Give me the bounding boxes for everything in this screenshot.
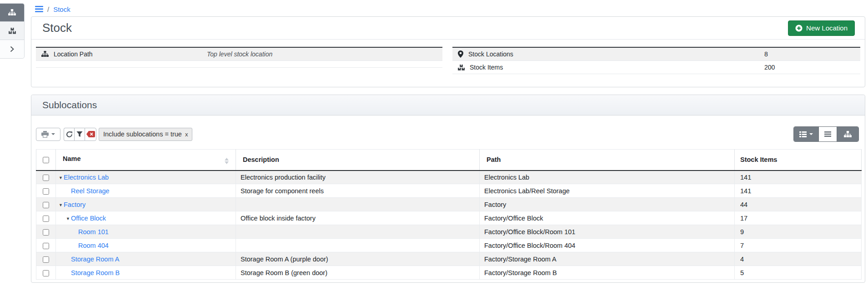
name-cell: Room 404 — [56, 239, 236, 252]
row-checkbox[interactable] — [43, 202, 49, 208]
sitemap-icon — [8, 9, 16, 16]
stock-items-cell: 141 — [735, 184, 862, 198]
sidebar-item-location-tree[interactable] — [0, 4, 24, 22]
filter-button[interactable] — [74, 128, 85, 141]
location-link[interactable]: Reel Storage — [71, 187, 110, 195]
stock-items-cell: 7 — [735, 239, 862, 252]
list-view-button[interactable] — [819, 127, 837, 141]
description-header-label: Description — [243, 156, 279, 163]
name-header-label: Name — [63, 155, 81, 162]
caret-down-icon — [809, 133, 813, 135]
breadcrumb-link-stock[interactable]: Stock — [53, 5, 70, 13]
column-header-description[interactable]: Description — [236, 150, 480, 171]
name-cell: Storage Room A — [56, 252, 236, 266]
description-cell — [236, 239, 480, 252]
funnel-icon — [76, 131, 83, 137]
refresh-button[interactable] — [64, 128, 74, 141]
name-cell: Reel Storage — [56, 184, 236, 198]
description-cell: Storage Room A (purple door) — [236, 252, 480, 266]
new-location-button[interactable]: New Location — [788, 20, 855, 36]
clear-filter-button[interactable] — [85, 128, 96, 141]
sidebar — [0, 3, 25, 59]
tree-indent — [59, 193, 66, 193]
name-cell: Room 101 — [56, 225, 236, 239]
name-cell: ▼Factory — [56, 198, 236, 211]
row-checkbox[interactable] — [43, 270, 49, 276]
path-cell: Factory/Office Block/Room 101 — [480, 225, 735, 239]
breadcrumb: / Stock — [35, 4, 70, 15]
description-cell — [236, 225, 480, 239]
column-header-stock-items[interactable]: Stock Items — [735, 150, 862, 171]
location-link[interactable]: Storage Room B — [71, 269, 120, 276]
row-checkbox[interactable] — [43, 175, 49, 181]
column-header-path[interactable]: Path — [480, 150, 735, 171]
sublocations-card: Sublocations — [31, 95, 865, 283]
description-cell — [236, 198, 480, 211]
column-header-name[interactable]: Name — [56, 150, 236, 171]
printer-icon — [41, 131, 49, 138]
row-checkbox[interactable] — [43, 188, 49, 195]
row-checkbox[interactable] — [43, 229, 49, 236]
description-cell: Office block inside factory — [236, 211, 480, 225]
tree-view-button[interactable] — [837, 127, 858, 141]
collapse-caret-icon[interactable]: ▼ — [59, 176, 64, 180]
sublocations-table: Name Description Path Stock Items — [36, 149, 862, 280]
sidebar-item-stock-items[interactable] — [0, 22, 24, 40]
stock-items-label: Stock Items — [470, 64, 503, 71]
table-row: Storage Room BStorage Room B (green door… — [36, 266, 862, 280]
row-checkbox[interactable] — [43, 256, 49, 263]
row-select-cell — [36, 239, 56, 252]
tree-indent — [59, 220, 66, 221]
table-toolbar: Include sublocations = true x — [36, 126, 860, 142]
location-link[interactable]: Room 404 — [78, 242, 109, 249]
location-link[interactable]: Storage Room A — [71, 256, 119, 263]
name-cell: ▼Office Block — [56, 211, 236, 225]
table-row: Storage Room AStorage Room A (purple doo… — [36, 252, 862, 266]
description-cell: Storage Room B (green door) — [236, 266, 480, 280]
sublocations-header: Sublocations — [31, 95, 865, 115]
columns-dropdown-button[interactable] — [794, 127, 819, 141]
filter-chip-remove[interactable]: x — [185, 131, 188, 138]
location-link[interactable]: Room 101 — [78, 228, 109, 236]
path-cell: Factory/Office Block/Room 404 — [480, 239, 735, 252]
location-path-row: Location Path Top level stock location — [36, 48, 442, 61]
stock-locations-row: Stock Locations 8 — [452, 48, 860, 61]
select-all-checkbox[interactable] — [43, 157, 49, 163]
sort-icon — [225, 158, 229, 164]
columns-icon — [799, 131, 807, 137]
row-checkbox[interactable] — [43, 243, 49, 249]
path-cell: Factory/Storage Room B — [480, 266, 735, 280]
row-select-cell — [36, 184, 56, 198]
stock-items-header-label: Stock Items — [740, 156, 777, 163]
print-dropdown-button[interactable] — [36, 128, 60, 141]
description-cell: Electronics production facility — [236, 171, 480, 184]
row-checkbox[interactable] — [43, 216, 49, 222]
table-row: ▼FactoryFactory44 — [36, 198, 862, 211]
stock-overview-card: Stock New Location — [31, 16, 865, 87]
boxes-icon — [9, 28, 16, 34]
sidebar-expand-button[interactable] — [0, 40, 24, 58]
stock-items-value: 200 — [764, 64, 775, 71]
breadcrumb-separator: / — [47, 5, 49, 13]
tree-indent — [59, 234, 73, 234]
location-link[interactable]: Electronics Lab — [64, 174, 109, 181]
collapse-caret-icon[interactable]: ▼ — [59, 203, 64, 207]
hamburger-icon[interactable] — [35, 6, 43, 12]
page-title: Stock — [42, 21, 72, 35]
table-row: Room 101Factory/Office Block/Room 1019 — [36, 225, 862, 239]
location-link[interactable]: Factory — [64, 201, 85, 208]
stock-items-cell: 44 — [735, 198, 862, 211]
stock-items-cell: 141 — [735, 171, 862, 184]
stock-locations-label: Stock Locations — [468, 50, 513, 58]
row-select-cell — [36, 252, 56, 266]
view-toggle-group — [793, 126, 859, 142]
filter-chip: Include sublocations = true x — [99, 128, 192, 141]
path-cell: Factory — [480, 198, 735, 211]
location-link[interactable]: Office Block — [71, 215, 106, 222]
path-header-label: Path — [487, 156, 501, 163]
list-view-icon — [824, 131, 831, 137]
path-cell: Factory/Office Block — [480, 211, 735, 225]
tree-indent — [59, 247, 73, 248]
collapse-caret-icon[interactable]: ▼ — [66, 216, 71, 221]
table-row: ▼Office BlockOffice block inside factory… — [36, 211, 862, 225]
